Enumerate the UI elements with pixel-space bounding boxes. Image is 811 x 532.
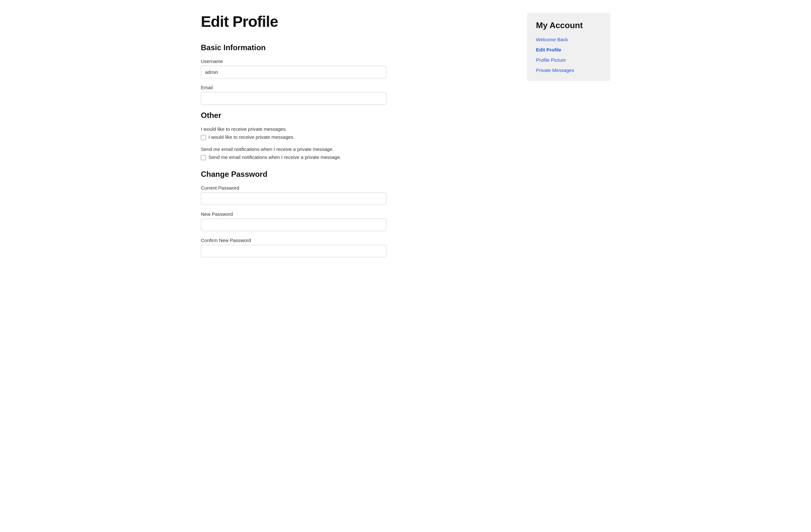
email-notifications-checkbox[interactable] [201, 155, 206, 160]
sidebar: My Account Welcome Back Edit Profile Pro… [527, 13, 610, 264]
confirm-password-label: Confirm New Password [201, 237, 508, 243]
private-messages-checkbox-label[interactable]: I would like to receive private messages… [209, 134, 294, 140]
email-notifications-checkbox-label[interactable]: Send me email notifications when I recei… [209, 154, 341, 160]
main-content: Edit Profile Basic Information Username … [201, 13, 508, 264]
email-notifications-checkbox-row: Send me email notifications when I recei… [201, 154, 508, 160]
private-messages-checkbox-row: I would like to receive private messages… [201, 134, 508, 140]
email-notifications-desc: Send me email notifications when I recei… [201, 146, 508, 152]
confirm-password-group: Confirm New Password [201, 237, 508, 257]
page-title: Edit Profile [201, 13, 508, 30]
new-password-input[interactable] [201, 219, 386, 231]
nav-item-edit-profile[interactable]: Edit Profile [536, 47, 601, 53]
nav-link-profile-picture[interactable]: Profile Picture [536, 57, 566, 63]
private-messages-checkbox[interactable] [201, 135, 206, 140]
other-section: Other I would like to receive private me… [201, 111, 508, 160]
email-input[interactable] [201, 92, 386, 105]
other-title: Other [201, 111, 508, 120]
username-group: Username [201, 59, 508, 78]
current-password-group: Current Password [201, 185, 508, 205]
private-messages-group: I would like to receive private messages… [201, 126, 508, 140]
email-group: Email [201, 85, 508, 105]
email-label: Email [201, 85, 508, 90]
current-password-input[interactable] [201, 192, 386, 205]
basic-info-section: Basic Information Username Email [201, 43, 508, 105]
basic-info-title: Basic Information [201, 43, 508, 52]
username-label: Username [201, 59, 508, 64]
current-password-label: Current Password [201, 185, 508, 190]
username-input[interactable] [201, 66, 386, 78]
change-password-section: Change Password Current Password New Pas… [201, 170, 508, 257]
account-nav: Welcome Back Edit Profile Profile Pictur… [536, 37, 601, 73]
nav-link-edit-profile[interactable]: Edit Profile [536, 47, 561, 52]
new-password-label: New Password [201, 211, 508, 217]
nav-link-private-messages[interactable]: Private Messages [536, 67, 574, 73]
page-container: Edit Profile Basic Information Username … [182, 0, 629, 277]
account-box-title: My Account [536, 20, 601, 30]
confirm-password-input[interactable] [201, 245, 386, 257]
nav-item-profile-picture[interactable]: Profile Picture [536, 57, 601, 63]
email-notifications-group: Send me email notifications when I recei… [201, 146, 508, 160]
nav-item-private-messages[interactable]: Private Messages [536, 67, 601, 73]
change-password-title: Change Password [201, 170, 508, 179]
new-password-group: New Password [201, 211, 508, 231]
private-messages-desc: I would like to receive private messages… [201, 126, 508, 132]
nav-item-welcome-back[interactable]: Welcome Back [536, 37, 601, 43]
nav-link-welcome-back[interactable]: Welcome Back [536, 37, 568, 42]
account-box: My Account Welcome Back Edit Profile Pro… [527, 13, 610, 81]
